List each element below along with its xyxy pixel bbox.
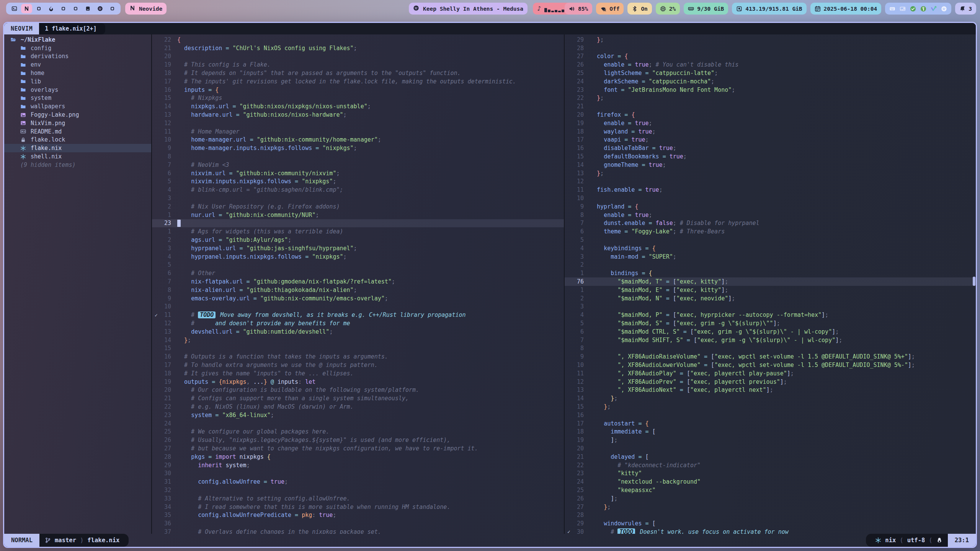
code-line[interactable]: 17 # The inputs' git revisions get locke… <box>152 77 564 86</box>
code-line[interactable]: 5 <box>152 261 564 269</box>
code-line[interactable]: 9 home-manager.inputs.nixpkgs.follows = … <box>152 144 564 152</box>
code-line[interactable]: 25 "keepassxc" <box>565 486 976 494</box>
status-pill-disk[interactable]: 413.19/915.81 GiB <box>732 3 806 15</box>
code-line[interactable]: 2 ags.url = "github:Aylur/ags"; <box>152 236 564 244</box>
code-line[interactable]: 29 windowrules = [ <box>565 519 976 528</box>
code-line[interactable]: 13 devshell.url = "github:numtide/devshe… <box>152 328 564 336</box>
code-line[interactable]: 16 # Outputs is a function that takes th… <box>152 352 564 361</box>
code-line[interactable]: 31 config.allowUnfree = true; <box>152 478 564 486</box>
code-line[interactable]: 28 <box>565 511 976 519</box>
code-line[interactable]: 18 wayland = true; <box>565 127 976 136</box>
code-line[interactable]: 14 }; <box>152 336 564 344</box>
music-pill[interactable]: Keep Shelly In Athens - Medusa <box>409 3 528 15</box>
code-line[interactable]: 8 enable = true; <box>565 211 976 219</box>
key-icon[interactable] <box>920 6 926 12</box>
status-pill-network[interactable]: Off <box>596 3 624 15</box>
code-line[interactable]: 2 <box>565 261 976 269</box>
code-line[interactable]: 7 nix-flatpak.url = "github:gmodena/nix-… <box>152 277 564 286</box>
code-line[interactable]: 5 "$mainMod, S" = ["exec, grim -g \"$(sl… <box>565 319 976 328</box>
code-line[interactable]: 17 vaapi = true; <box>565 136 976 144</box>
code-line[interactable]: 32 <box>152 486 564 494</box>
code-line[interactable]: 33 # Alternative to setting config.allow… <box>152 494 564 503</box>
status-pill-memory[interactable]: 9/30 GiB <box>684 3 728 15</box>
code-line[interactable]: 8 <box>565 344 976 352</box>
code-line-current[interactable]: 23 <box>152 219 564 228</box>
code-line[interactable]: 18 # It depends on "inputs" that are pas… <box>152 69 564 77</box>
workspace-4-flame-icon[interactable] <box>46 4 57 13</box>
code-line[interactable]: 8 <box>152 152 564 161</box>
code-line[interactable]: 4 keybindings = { <box>565 244 976 253</box>
code-line[interactable]: 3 main-mod = "SUPER"; <box>565 253 976 261</box>
code-line[interactable]: 10 ", XF86AudioLowerVolume" = ["exec, wp… <box>565 361 976 369</box>
code-line[interactable]: 10 <box>152 303 564 311</box>
code-line[interactable]: 17 autostart = { <box>565 419 976 428</box>
code-line[interactable]: 9 emacs-overlay.url = "github:nix-commun… <box>152 294 564 303</box>
code-line[interactable]: 28 pkgs = import nixpkgs { <box>152 453 564 461</box>
code-line[interactable]: 21 delayed = [ <box>565 453 976 461</box>
code-line[interactable]: 9 ", XF86AudioRaiseVolume" = ["exec, wpc… <box>565 352 976 361</box>
tree-item-Foggy-Lake.png[interactable]: Foggy-Lake.png <box>4 111 151 119</box>
code-line[interactable]: 22 # e.g. NixOS (linux) and MacOS (darwi… <box>152 403 564 411</box>
code-line[interactable]: 11 ", XF86AudioPlay" = ["exec, playerctl… <box>565 369 976 378</box>
code-line[interactable]: ✓30 # TODO Doesn't work, use focus_on_ac… <box>565 528 976 534</box>
code-line[interactable]: 3 <box>152 194 564 202</box>
code-line[interactable]: 22 # "kdeconnect-indicator" <box>565 461 976 469</box>
touchpad-icon[interactable] <box>900 6 906 12</box>
code-line[interactable]: 17 # To handle extra arguments we use th… <box>152 361 564 369</box>
code-line[interactable]: 26 enable = true; # You can't disable th… <box>565 60 976 69</box>
code-line[interactable]: 27 # but because we want to change the n… <box>152 444 564 453</box>
code-line[interactable]: 22 }; <box>565 94 976 103</box>
code-line[interactable]: 13 }; <box>565 169 976 178</box>
code-line-current[interactable]: 76 "$mainMod, T" = ["exec, kitty"]; <box>565 277 976 286</box>
code-line[interactable]: 14 }; <box>565 394 976 403</box>
code-line[interactable]: 14 gnomeTheme = true; <box>565 161 976 169</box>
code-line[interactable]: 27 }; <box>565 503 976 511</box>
code-line[interactable]: 11 fish.enable = true; <box>565 186 976 194</box>
code-line[interactable]: 9 hyprland = { <box>565 202 976 211</box>
code-line[interactable]: 34 # I read somewhere that this is more … <box>152 503 564 511</box>
workspace-6-square-icon[interactable] <box>70 4 81 13</box>
tree-root[interactable]: ~/NixFlake <box>4 36 151 44</box>
workspace-1-terminal-icon[interactable] <box>9 4 20 13</box>
code-line[interactable]: 29 }; <box>565 36 976 44</box>
code-line[interactable]: 4 hyprpanel.inputs.nixpkgs.follows = "ni… <box>152 253 564 261</box>
tree-item-flake.nix[interactable]: flake.nix <box>4 144 151 152</box>
code-line[interactable]: 20 firefox = { <box>565 111 976 119</box>
code-line[interactable]: 10 <box>565 194 976 202</box>
code-line[interactable]: 3 hyprpanel.url = "github:jas-singhfsu/h… <box>152 244 564 253</box>
code-line[interactable]: 7 "$mainMod SHIFT, S" = ["exec, grim -g … <box>565 336 976 344</box>
workspace-9-square-icon[interactable] <box>107 4 118 13</box>
tree-item-env[interactable]: env <box>4 60 151 69</box>
code-line[interactable]: 24 darkScheme = "catppuccin-mocha"; <box>565 77 976 86</box>
workspace-8-spotify-icon[interactable] <box>95 4 106 13</box>
code-line[interactable]: 29 inherit system; <box>152 461 564 469</box>
code-line[interactable]: 15 # Nixpkgs <box>152 94 564 103</box>
code-line[interactable]: 2 "$mainMod, N" = ["exec, neovide"]; <box>565 294 976 303</box>
code-line[interactable]: 37 # Overlays define changes in the nixp… <box>152 528 564 534</box>
code-line[interactable]: 23 "kitty" <box>565 469 976 478</box>
workspace-2-neovim-icon[interactable] <box>21 4 32 13</box>
tree-item-lib[interactable]: lib <box>4 77 151 86</box>
tree-item-config[interactable]: config <box>4 44 151 52</box>
code-line[interactable]: 5 <box>565 236 976 244</box>
status-pill-notifications[interactable]: 3 <box>955 3 976 15</box>
tree-item-NixVim.png[interactable]: NixVim.png <box>4 119 151 127</box>
code-line[interactable]: 18 immediate = [ <box>565 427 976 436</box>
code-line[interactable]: 16 <box>565 411 976 419</box>
workspace-5-square-icon[interactable] <box>58 4 69 13</box>
code-line[interactable]: 23 font = "JetBrainsMono Nerd Font Mono"… <box>565 86 976 94</box>
status-pill-bluetooth[interactable]: On <box>627 3 652 15</box>
code-line[interactable]: 13 ", XF86AudioNext" = ["exec, playerctl… <box>565 386 976 394</box>
code-line[interactable]: 21 <box>565 102 976 111</box>
code-line[interactable]: 36 <box>152 519 564 528</box>
code-line[interactable]: 1 "$mainMod, E" = ["exec, kitty"]; <box>565 286 976 294</box>
code-line[interactable]: 6 "$mainMod CTRL, S" = ["exec, grim -g \… <box>565 328 976 336</box>
code-line[interactable]: 20 <box>565 444 976 453</box>
tree-item-flake.lock[interactable]: flake.lock <box>4 136 151 144</box>
code-line[interactable]: 18 # It gives the name "inputs" to the .… <box>152 369 564 378</box>
code-line[interactable]: 13 hardware.url = "github:nixos/nixos-ha… <box>152 111 564 119</box>
tree-item-overlays[interactable]: overlays <box>4 86 151 94</box>
code-line[interactable]: 22{ <box>152 36 564 44</box>
code-line[interactable]: 11 # Home Manager <box>152 127 564 136</box>
keyboard-icon[interactable] <box>889 6 895 12</box>
